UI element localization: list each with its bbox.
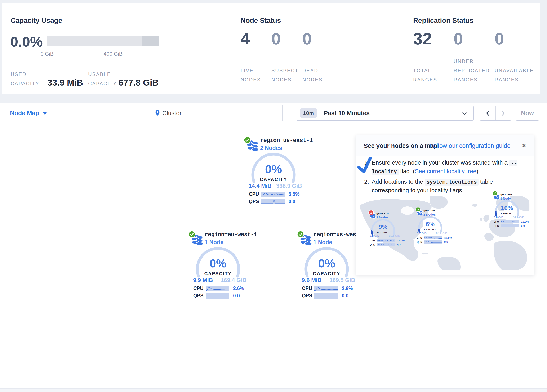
check-badge-icon	[416, 207, 421, 212]
capacity-used-value: 3.2 GiB	[370, 234, 379, 237]
cpu-row: CPU 11.0%	[368, 239, 415, 242]
map-marker-geo-ams[interactable]: geo=ams 1 Node 10% CAPACITY 3.6 GiB 34.4…	[492, 189, 537, 229]
popup-title: See your nodes on a map!	[364, 135, 439, 156]
qps-sparkline	[206, 293, 229, 299]
capacity-used-value: 9.6 MiB	[302, 277, 322, 283]
suspect-nodes-count: 0	[271, 30, 281, 47]
qps-row: QPS 4.7	[368, 243, 415, 246]
dead-nodes-label: DEAD NODES	[302, 66, 330, 84]
check-badge-icon	[188, 231, 195, 238]
cpu-label: CPU	[193, 286, 206, 291]
close-icon[interactable]: ✕	[521, 135, 527, 156]
cpu-sparkline	[261, 192, 285, 197]
capacity-percent: 6%	[420, 221, 441, 227]
region-card-eu-west-1[interactable]: region=eu-west-1 1 Node 0% CAPACITY 9.9 …	[183, 230, 259, 301]
qps-value: 4.7	[397, 243, 401, 246]
qps-sparkline	[501, 224, 519, 227]
time-range-badge: 10m	[300, 108, 317, 118]
capacity-usage-title: Capacity Usage	[11, 17, 62, 25]
chevron-right-icon	[502, 110, 505, 116]
node-status-title: Node Status	[241, 17, 281, 25]
popup-header: See your nodes on a map! Follow our conf…	[356, 135, 534, 156]
cpu-sparkline	[501, 220, 519, 223]
locality-tree-link[interactable]: See current locality tree	[415, 168, 476, 174]
locality-name: geo=nyc	[424, 209, 436, 212]
capacity-label: CAPACITY	[306, 271, 348, 276]
live-nodes-label: LIVE NODES	[241, 66, 268, 84]
qps-sparkline	[424, 241, 442, 244]
time-back-button[interactable]	[480, 106, 496, 120]
replication-status-title: Replication Status	[413, 17, 473, 25]
capacity-percent: 0%	[306, 258, 348, 269]
configuration-guide-link[interactable]: Follow our configuration guide	[430, 135, 511, 156]
check-badge-icon	[492, 191, 497, 196]
cpu-sparkline	[424, 236, 442, 239]
breadcrumb-label: Cluster	[162, 103, 182, 123]
now-button[interactable]: Now	[516, 106, 539, 121]
capacity-used-value: 14.4 MiB	[249, 183, 272, 189]
cpu-value: 5.5%	[289, 191, 300, 197]
total-ranges-label: TOTAL RANGES	[413, 66, 443, 84]
capacity-used-value: 9.9 MiB	[193, 277, 213, 283]
cpu-row: CPU 5.5%	[249, 191, 312, 197]
footer-bar	[0, 388, 547, 392]
qps-label: QPS	[302, 293, 314, 299]
locality-nodes-link[interactable]: 1 Node	[500, 197, 511, 200]
suspect-nodes-label: SUSPECT NODES	[271, 66, 299, 84]
used-capacity-value: 33.9 MiB	[47, 78, 83, 88]
region-nodes-link[interactable]: 1 Node	[313, 239, 332, 246]
qps-row: QPS 0.0	[492, 224, 539, 227]
capacity-percent: 0%	[197, 258, 239, 269]
capacity-tick-label-400: 400 GiB	[98, 51, 128, 57]
time-range-selector[interactable]: 10m Past 10 Minutes	[296, 106, 474, 121]
used-capacity-label: USED CAPACITY	[11, 70, 39, 88]
locality-nodes-link[interactable]: 2 Nodes	[424, 213, 436, 216]
region-card-us-east-1[interactable]: region=us-east-1 2 Nodes 0% CAPACITY 14.…	[239, 136, 314, 207]
capacity-percent: 0%	[253, 163, 294, 175]
capacity-percent: 10%	[497, 205, 518, 211]
cpu-value: 12.3%	[521, 220, 529, 223]
capacity-tick	[113, 47, 113, 50]
map-marker-geo-sfo[interactable]: 1 geo=sfo 2 Nodes 9% CAPACITY 3.2 GiB 35…	[368, 208, 413, 248]
cpu-value: 2.8%	[342, 286, 353, 291]
region-name: region=eu-west-1	[205, 232, 257, 238]
step-1-text: )	[476, 168, 478, 174]
cpu-row: CPU 42.5%	[416, 236, 462, 239]
under-replicated-ranges-label: UNDER-REPLICATED RANGES	[454, 57, 493, 84]
error-badge: 1	[368, 210, 374, 215]
map-marker-geo-nyc[interactable]: geo=nyc 2 Nodes 6% CAPACITY 3.7 GiB 65.7…	[416, 205, 460, 245]
qps-row: QPS 0.0	[416, 241, 462, 244]
view-selector-label: Node Map	[10, 110, 39, 117]
time-forward-button[interactable]	[496, 106, 511, 120]
region-nodes-link[interactable]: 1 Node	[205, 239, 223, 246]
unavailable-ranges-count: 0	[495, 30, 504, 47]
time-nav-buttons	[479, 106, 511, 121]
capacity-tick	[146, 47, 146, 50]
region-name: region=us-east-1	[260, 137, 313, 144]
cpu-value: 2.6%	[233, 286, 244, 291]
toolbar-divider	[282, 105, 282, 121]
region-nodes-link[interactable]: 2 Nodes	[260, 145, 282, 151]
capacity-tick-label-0: 0 GiB	[33, 51, 62, 57]
cpu-sparkline	[377, 239, 395, 242]
locality-nodes-link[interactable]: 2 Nodes	[376, 215, 389, 219]
qps-value: 0.0	[233, 293, 240, 299]
step-1-text: flag. (	[398, 168, 415, 174]
chevron-left-icon	[486, 110, 489, 116]
capacity-used-value: 3.7 GiB	[417, 232, 427, 235]
live-nodes-count: 4	[241, 30, 250, 47]
check-badge-icon	[244, 137, 251, 144]
capacity-label: CAPACITY	[197, 271, 239, 276]
view-selector-dropdown[interactable]: Node Map	[10, 103, 47, 123]
capacity-label: CAPACITY	[497, 212, 518, 214]
caret-down-icon	[43, 112, 47, 115]
capacity-label: CAPACITY	[373, 231, 394, 233]
under-replicated-ranges-count: 0	[454, 30, 463, 47]
step-1-text: Ensure every node in your cluster was st…	[372, 159, 509, 166]
qps-row: QPS 0.0	[193, 293, 256, 299]
qps-label: QPS	[417, 241, 424, 244]
qps-row: QPS 0.0	[302, 293, 365, 299]
cpu-sparkline	[206, 286, 229, 291]
cpu-label: CPU	[249, 191, 261, 197]
system-locations-code: system.locations	[425, 179, 479, 186]
